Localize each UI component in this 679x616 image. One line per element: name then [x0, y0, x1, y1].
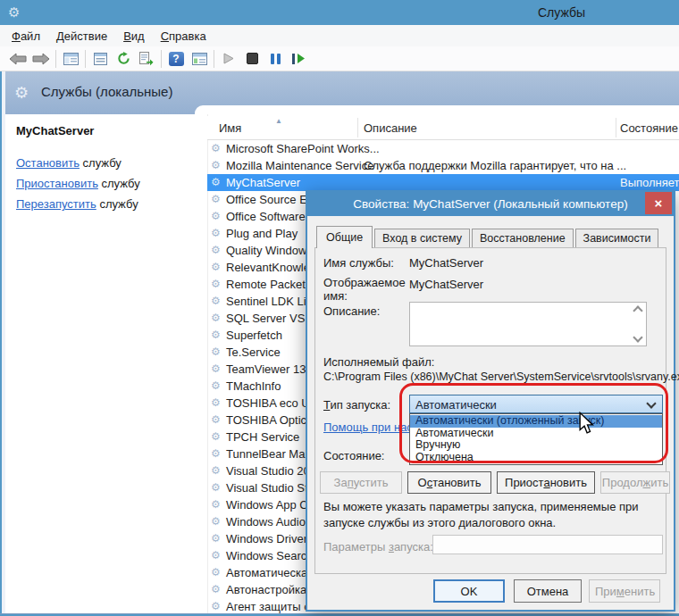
column-header-state[interactable]: Состояние	[620, 121, 678, 135]
service-name-label: Имя службы:	[323, 256, 394, 270]
service-name: Windows App Cer	[226, 498, 318, 512]
startup-help-link[interactable]: Помощь при нас	[323, 420, 413, 434]
description-label: Описание:	[323, 304, 380, 318]
dialog-tab[interactable]: Общие	[316, 226, 373, 248]
service-gear-icon: ⚙	[211, 464, 221, 477]
column-header-description[interactable]: Описание	[364, 121, 417, 135]
service-gear-icon: ⚙	[211, 447, 221, 460]
services-app-icon: ⚙	[8, 4, 20, 21]
sort-ascending-icon: ▲	[275, 117, 282, 125]
dropdown-option[interactable]: Вручную	[410, 439, 662, 452]
toolbar-separator	[85, 50, 86, 68]
service-gear-icon: ⚙	[211, 193, 221, 205]
column-header-name[interactable]: Имя	[219, 121, 241, 135]
help-icon[interactable]: ?	[164, 48, 188, 70]
extended-view-icon[interactable]	[188, 48, 211, 70]
menu-item[interactable]: Действие	[48, 26, 115, 46]
dialog-tab[interactable]: Вход в систему	[374, 229, 470, 247]
startup-type-label: Тип запуска:	[323, 398, 390, 412]
show-tree-icon[interactable]	[59, 48, 82, 70]
dialog-tab[interactable]: Зависимости	[575, 229, 659, 247]
service-name: TMachInfo	[226, 379, 281, 393]
sidebar-links: Остановить службуПриостановить службуПер…	[16, 156, 140, 218]
service-name: MyChatServer	[226, 176, 300, 189]
service-control-button[interactable]: Запустить	[320, 471, 402, 494]
service-gear-icon: ⚙	[211, 532, 221, 545]
menu-item[interactable]: Вид	[115, 26, 153, 46]
services-window: ⚙ Службы ФайлДействиеВидСправка ?	[0, 0, 679, 616]
service-action-row: Приостановить службу	[16, 177, 140, 190]
restart-service-icon[interactable]	[287, 48, 310, 70]
scroll-up-icon[interactable]	[633, 305, 642, 315]
service-name: Plug and Play	[226, 227, 298, 240]
service-action-suffix: службу	[98, 177, 140, 190]
refresh-icon[interactable]	[112, 48, 135, 70]
properties-dialog: Свойства: MyChatServer (Локальный компью…	[306, 190, 675, 612]
column-separator[interactable]	[616, 118, 616, 137]
cancel-button[interactable]: Отмена	[514, 579, 582, 603]
menu-item[interactable]: Файл	[4, 26, 48, 46]
service-gear-icon: ⚙	[211, 362, 221, 375]
description-textarea[interactable]	[409, 302, 647, 346]
service-action-link[interactable]: Перезапустить	[16, 197, 96, 211]
service-gear-icon: ⚙	[211, 210, 221, 222]
service-button-row: ЗапуститьОстановитьПриостановитьПродолжи…	[320, 471, 670, 494]
service-row[interactable]: ⚙Mozilla Maintenance ServiceСлужба подде…	[207, 157, 679, 174]
service-control-button[interactable]: Продолжить	[600, 471, 670, 494]
service-gear-icon: ⚙	[211, 278, 221, 290]
service-gear-icon: ⚙	[211, 396, 221, 409]
scroll-down-icon[interactable]	[633, 332, 642, 342]
pause-service-icon[interactable]	[264, 48, 287, 70]
service-action-link[interactable]: Приостановить	[16, 177, 98, 190]
service-action-link[interactable]: Остановить	[16, 156, 80, 170]
toolbar-separator	[55, 50, 56, 68]
dialog-titlebar: Свойства: MyChatServer (Локальный компью…	[307, 192, 674, 216]
dropdown-option[interactable]: Автоматически	[410, 428, 662, 440]
selected-service-name: MyChatServer	[16, 124, 94, 137]
service-control-button[interactable]: Остановить	[407, 471, 491, 494]
service-name: Mozilla Maintenance Service	[226, 159, 373, 172]
close-icon[interactable]: ×	[645, 192, 672, 214]
service-gear-icon: ⚙	[211, 345, 221, 358]
back-icon[interactable]	[6, 48, 29, 70]
column-separator[interactable]	[357, 118, 358, 137]
stop-service-icon[interactable]	[240, 48, 264, 70]
forward-icon[interactable]	[29, 48, 53, 70]
dialog-tab[interactable]: Восстановление	[472, 229, 574, 247]
startup-type-combobox[interactable]: Автоматически	[409, 395, 663, 413]
service-name: TunnelBear Maint	[226, 447, 317, 461]
apply-button[interactable]: Применить	[589, 579, 660, 603]
service-gear-icon: ⚙	[211, 430, 221, 443]
start-service-icon[interactable]	[217, 48, 240, 70]
service-row[interactable]: ⚙Microsoft SharePoint Works...	[207, 140, 679, 157]
service-gear-icon: ⚙	[211, 244, 221, 256]
toolbar-separator	[214, 50, 214, 68]
service-gear-icon: ⚙	[211, 159, 221, 171]
properties-icon[interactable]	[88, 48, 112, 70]
window-titlebar: ⚙ Службы	[0, 0, 679, 25]
startup-type-value: Автоматически	[415, 398, 497, 412]
services-gear-icon: ⚙	[14, 83, 29, 103]
menu-bar: ФайлДействиеВидСправка	[0, 25, 679, 46]
service-name: TPCH Service	[226, 430, 299, 444]
ok-button[interactable]: OK	[433, 579, 505, 603]
service-action-row: Остановить службу	[16, 156, 140, 170]
display-name-label: Отображаемое	[323, 276, 406, 289]
banner-title: Службы (локальные)	[41, 84, 172, 99]
service-gear-icon: ⚙	[211, 295, 221, 307]
params-input[interactable]	[432, 535, 663, 554]
service-gear-icon: ⚙	[211, 413, 221, 426]
dropdown-option[interactable]: Автоматически (отложенный запуск)	[410, 415, 662, 428]
service-gear-icon: ⚙	[211, 261, 221, 273]
executable-label: Исполняемый файл:	[323, 355, 434, 369]
service-row[interactable]: ⚙MyChatServerВыполняется	[207, 174, 679, 191]
sidebar: MyChatServer Остановить службуПриостанов…	[5, 114, 207, 613]
menu-item[interactable]: Справка	[153, 26, 214, 46]
service-name: Superfetch	[226, 329, 282, 342]
service-gear-icon: ⚙	[211, 583, 221, 595]
export-list-icon[interactable]	[135, 48, 158, 70]
service-description: Служба поддержки Mozilla гарантирует, чт…	[364, 159, 626, 172]
toolbar: ?	[0, 46, 679, 71]
dropdown-option[interactable]: Отключена	[410, 452, 662, 464]
service-control-button[interactable]: Приостановить	[497, 471, 595, 494]
